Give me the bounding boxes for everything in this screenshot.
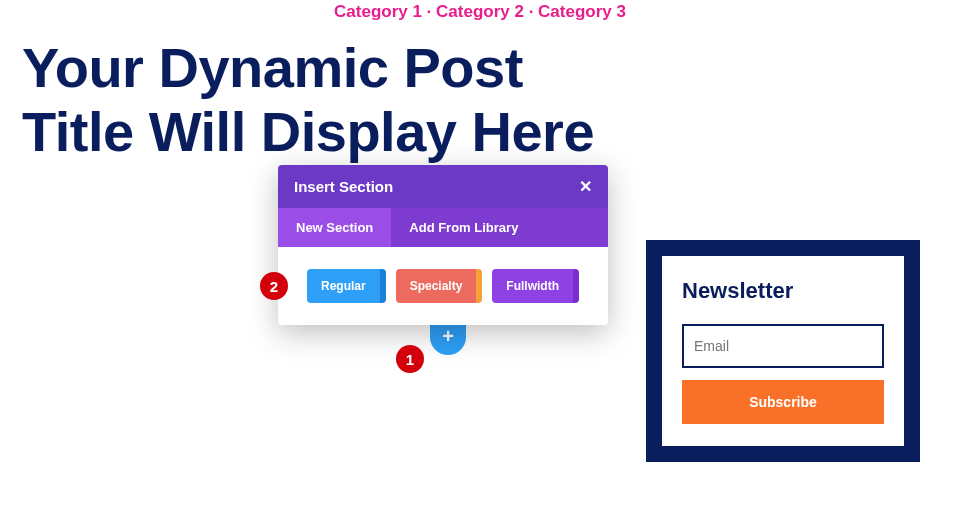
- specialty-section-button[interactable]: Specialty: [396, 269, 483, 303]
- tab-new-section[interactable]: New Section: [278, 208, 391, 247]
- post-title: Your Dynamic Post Title Will Display Her…: [0, 22, 600, 165]
- newsletter-title: Newsletter: [682, 278, 884, 304]
- regular-label: Regular: [307, 269, 380, 303]
- email-field[interactable]: [682, 324, 884, 368]
- subscribe-button[interactable]: Subscribe: [682, 380, 884, 424]
- specialty-edge: [476, 269, 482, 303]
- add-section-icon[interactable]: +: [430, 325, 466, 355]
- newsletter-inner: Newsletter Subscribe: [662, 256, 904, 446]
- regular-edge: [380, 269, 386, 303]
- step-badge-2: 2: [260, 272, 288, 300]
- newsletter-widget: Newsletter Subscribe: [646, 240, 920, 462]
- popup-tabs: New Section Add From Library: [278, 208, 608, 247]
- insert-section-popup: Insert Section ✕ New Section Add From Li…: [278, 165, 608, 325]
- regular-section-button[interactable]: Regular: [307, 269, 386, 303]
- close-icon[interactable]: ✕: [579, 177, 592, 196]
- tab-add-from-library[interactable]: Add From Library: [391, 208, 536, 247]
- specialty-label: Specialty: [396, 269, 477, 303]
- fullwidth-section-button[interactable]: Fullwidth: [492, 269, 579, 303]
- popup-title: Insert Section: [294, 178, 393, 195]
- category-breadcrumb[interactable]: Category 1 · Category 2 · Category 3: [0, 0, 960, 22]
- popup-body: Regular Specialty Fullwidth: [278, 247, 608, 325]
- step-badge-1: 1: [396, 345, 424, 373]
- fullwidth-label: Fullwidth: [492, 269, 573, 303]
- popup-header: Insert Section ✕: [278, 165, 608, 208]
- fullwidth-edge: [573, 269, 579, 303]
